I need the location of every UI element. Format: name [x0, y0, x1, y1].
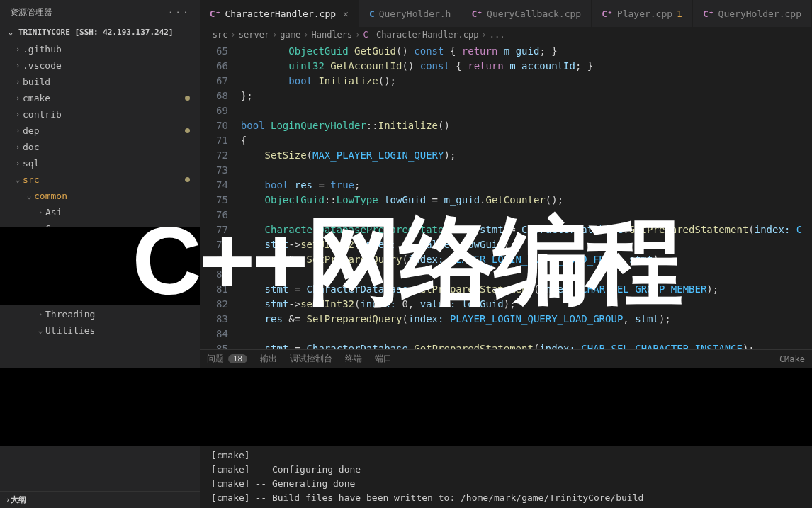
tab-CharacterHandler-cpp[interactable]: C⁺CharacterHandler.cpp✕ [200, 0, 359, 27]
code-line[interactable]: ObjectGuid GetGuid() const { return m_gu… [241, 44, 812, 59]
code-line[interactable] [241, 267, 812, 282]
outline-header[interactable]: › 大纲 [0, 491, 200, 508]
tab-label: QueryHolder.cpp [718, 9, 801, 19]
panel-tab-4[interactable]: 端口 [375, 353, 392, 365]
tree-item-sql[interactable]: ›sql [0, 155, 200, 171]
breadcrumb[interactable]: src›server›game›Handlers›C⁺CharacterHand… [200, 27, 812, 43]
line-number: 74 [200, 178, 228, 193]
tree-item-dep[interactable]: ›dep [0, 123, 200, 139]
modified-dot-icon [185, 96, 190, 101]
tree-label: .vscode [23, 60, 197, 71]
line-number: 67 [200, 74, 228, 89]
line-number: 69 [200, 103, 228, 118]
code-line[interactable]: res &= SetPreparedQuery(index: PLAYER_LO… [241, 252, 812, 267]
tree-item-.github[interactable]: ›.github [0, 41, 200, 57]
file-tree: ›.github›.vscode›build›cmake›contrib›dep… [0, 40, 200, 227]
code-line[interactable]: bool LoginQueryHolder::Initialize() [241, 118, 812, 133]
tab-label: QueryCallback.cpp [487, 9, 581, 19]
chevron-down-icon: ⌄ [35, 326, 45, 335]
file-icon: C⁺ [210, 9, 221, 19]
code-line[interactable]: stmt = CharacterDatabase.GetPreparedStat… [241, 342, 812, 349]
code-line[interactable]: res &= SetPreparedQuery(index: PLAYER_LO… [241, 312, 812, 327]
tree-item-contrib[interactable]: ›contrib [0, 106, 200, 123]
code-line[interactable] [241, 103, 812, 118]
line-number: 70 [200, 118, 228, 133]
code-editor[interactable]: 6566676869707172737475767778798081828384… [200, 43, 812, 349]
breadcrumb-segment[interactable]: Handlers [312, 30, 353, 40]
file-icon: C⁺ [471, 9, 483, 19]
close-icon[interactable]: ✕ [343, 9, 349, 19]
code-line[interactable]: stmt->setUInt32(index: 0, value: lowGuid… [241, 237, 812, 252]
code-line[interactable]: SetSize(MAX_PLAYER_LOGIN_QUERY); [241, 148, 812, 163]
breadcrumb-segment[interactable]: ... [490, 30, 505, 40]
tree-item-common[interactable]: ⌄common [0, 188, 200, 204]
chevron-right-icon: › [13, 142, 23, 152]
panel-selector[interactable]: CMake [779, 354, 805, 364]
chevron-down-icon: ⌄ [24, 191, 34, 201]
terminal-line: [cmake] -- Build files have been written… [211, 491, 801, 505]
terminal-line: [cmake] -- Configuring done [211, 463, 801, 477]
tree-label: Asi [45, 207, 197, 218]
line-number: 78 [200, 237, 228, 252]
tree-item-Utilities[interactable]: ⌄Utilities [0, 322, 200, 339]
chevron-right-icon: › [13, 94, 23, 103]
tree-label: contrib [23, 109, 197, 120]
code-line[interactable]: bool Initialize(); [241, 74, 812, 89]
more-icon[interactable]: ··· [167, 6, 190, 19]
tree-item-Con[interactable]: ›C on [0, 220, 200, 227]
line-number: 82 [200, 297, 228, 312]
tab-QueryHolder-cpp[interactable]: C⁺QueryHolder.cpp [693, 0, 812, 27]
code-line[interactable] [241, 327, 812, 342]
chevron-right-icon: › [35, 310, 45, 319]
code-line[interactable]: bool res = true; [241, 178, 812, 193]
tree-label: cmake [23, 93, 185, 103]
terminal-output[interactable]: [cmake][cmake] -- Configuring done[cmake… [200, 446, 812, 508]
tree-item-Threading[interactable]: ›Threading [0, 306, 200, 322]
chevron-right-icon: › [13, 126, 23, 135]
code-line[interactable]: ObjectGuid::LowType lowGuid = m_guid.Get… [241, 193, 812, 208]
code-line[interactable]: }; [241, 89, 812, 103]
explorer-title: 资源管理器 [10, 6, 167, 18]
outline-label: 大纲 [11, 495, 26, 505]
workspace-row[interactable]: ⌄ TRINITYCORE [SSH: 42.193.137.242] [0, 25, 200, 40]
tree-item-cmake[interactable]: ›cmake [0, 90, 200, 106]
file-icon: C⁺ [703, 9, 714, 19]
panel-tab-2[interactable]: 调试控制台 [290, 353, 332, 365]
code-line[interactable]: CharacterDatabasePreparedStatement* stmt… [241, 222, 812, 237]
chevron-right-icon: › [13, 110, 23, 119]
panel-tab-0[interactable]: 问题18 [207, 353, 247, 365]
tree-label: dep [23, 125, 185, 136]
code-line[interactable]: { [241, 133, 812, 148]
tree-label: .github [23, 44, 197, 55]
tab-QueryCallback-cpp[interactable]: C⁺QueryCallback.cpp [461, 0, 592, 27]
chevron-right-icon: › [6, 495, 11, 504]
breadcrumb-segment[interactable]: src [213, 30, 228, 40]
code-line[interactable]: stmt = CharacterDatabase.GetPreparedStat… [241, 282, 812, 297]
tree-item-.vscode[interactable]: ›.vscode [0, 57, 200, 74]
line-gutter: 6566676869707172737475767778798081828384… [200, 43, 241, 349]
code-line[interactable]: uint32 GetAccountId() const { return m_a… [241, 59, 812, 74]
line-number: 84 [200, 327, 228, 342]
code-content[interactable]: ObjectGuid GetGuid() const { return m_gu… [241, 43, 812, 349]
line-number: 65 [200, 44, 228, 59]
tree-label: build [23, 77, 197, 87]
code-line[interactable] [241, 163, 812, 178]
breadcrumb-segment[interactable]: server [239, 30, 269, 40]
line-number: 81 [200, 282, 228, 297]
problems-badge: 18 [228, 354, 247, 363]
tree-item-Asi[interactable]: ›Asi [0, 204, 200, 220]
explorer-header: 资源管理器 ··· [0, 0, 200, 25]
tab-QueryHolder-h[interactable]: CQueryHolder.h [359, 0, 462, 27]
tab-Player-cpp[interactable]: C⁺Player.cpp1 [592, 0, 693, 27]
panel-tab-1[interactable]: 输出 [260, 353, 277, 365]
tree-item-build[interactable]: ›build [0, 74, 200, 90]
tree-item-doc[interactable]: ›doc [0, 139, 200, 155]
panel-tab-3[interactable]: 终端 [345, 353, 362, 365]
code-line[interactable]: stmt->setUInt32(index: 0, value: lowGuid… [241, 297, 812, 312]
workspace-name: TRINITYCORE [SSH: 42.193.137.242] [18, 28, 174, 37]
tab-label: CharacterHandler.cpp [225, 9, 337, 19]
code-line[interactable] [241, 208, 812, 222]
breadcrumb-segment[interactable]: CharacterHandler.cpp [376, 30, 479, 40]
breadcrumb-segment[interactable]: game [280, 30, 300, 40]
tree-item-src[interactable]: ⌄src [0, 171, 200, 188]
